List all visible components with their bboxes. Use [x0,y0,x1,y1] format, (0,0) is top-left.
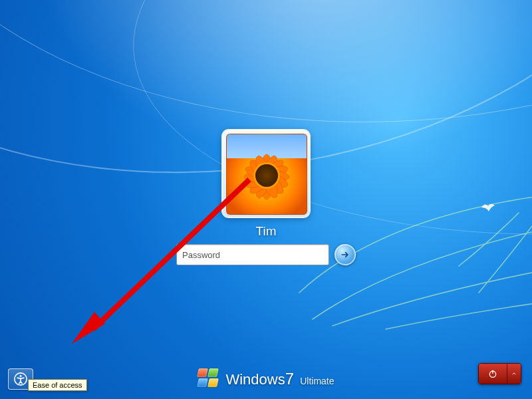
svg-marker-9 [72,312,105,344]
product-edition: Ultimate [300,376,334,386]
product-version: 7 [285,370,294,388]
shutdown-button[interactable] [479,364,507,384]
svg-point-11 [20,375,22,377]
password-input[interactable] [176,244,329,265]
windows-logo-icon [198,368,219,390]
accessibility-icon [13,372,28,386]
bird-icon [481,201,495,212]
login-panel: Tim [176,130,356,265]
power-button-group [478,363,521,384]
user-avatar[interactable] [222,130,310,217]
username-label: Tim [176,224,356,239]
login-screen: Tim Ease of access [0,0,532,399]
arrow-right-icon [340,249,350,260]
submit-button[interactable] [334,244,356,265]
ease-of-access: Ease of access [8,368,33,390]
chevron-up-icon [511,370,517,377]
avatar-image [226,134,307,215]
power-icon [487,368,498,379]
branding-text: Windows7 Ultimate [225,370,334,388]
power-options-button[interactable] [507,364,521,384]
ease-of-access-tooltip: Ease of access [28,379,87,391]
branding: Windows7 Ultimate [198,368,334,390]
product-name: Windows [225,371,285,388]
password-row [176,244,356,265]
